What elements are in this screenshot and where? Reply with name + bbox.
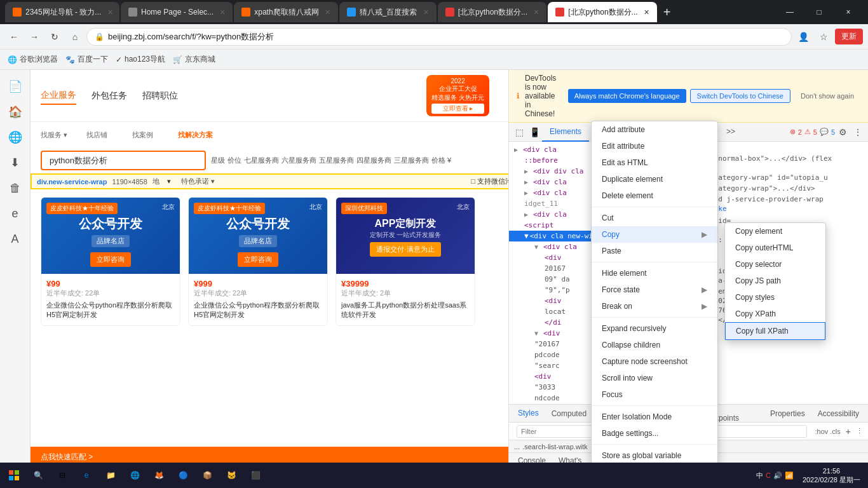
volume-icon[interactable]: 🔊 <box>773 471 782 480</box>
cm-paste[interactable]: Paste <box>592 243 717 259</box>
file-explorer-btn[interactable]: 📁 <box>99 464 122 487</box>
cm-edit-html[interactable]: Edit as HTML <box>592 154 717 171</box>
dismiss-btn[interactable]: Don't show again <box>794 89 860 103</box>
edge-btn[interactable]: e <box>75 464 98 487</box>
match-language-btn[interactable]: Always match Chrome's language <box>568 89 686 103</box>
bookmark-baidu[interactable]: 🐾 百度一下 <box>65 54 108 65</box>
solution-nav[interactable]: 找解决方案 <box>178 130 229 140</box>
star-filter[interactable]: 星级 <box>211 156 225 165</box>
task-view-btn[interactable]: ⊟ <box>51 464 74 487</box>
sidebar-icon-download[interactable]: ⬇ <box>4 151 27 174</box>
cm-copy[interactable]: Copy ▶ <box>592 226 717 243</box>
cm-scroll-into-view[interactable]: Scroll into view <box>592 370 717 386</box>
bookmark-hao123[interactable]: ✓ hao123导航 <box>116 54 165 65</box>
cm-hide[interactable]: Hide element <box>592 265 717 281</box>
tab-6[interactable]: [北京python数据分... × <box>548 2 657 22</box>
tab-close-5[interactable]: × <box>534 7 539 17</box>
sidebar-icon-pdf[interactable]: 📄 <box>4 75 27 98</box>
app6-btn[interactable]: 📦 <box>196 464 219 487</box>
case-nav[interactable]: 找案例 <box>132 130 170 140</box>
close-button[interactable]: × <box>834 2 863 22</box>
tab-properties[interactable]: Properties <box>764 403 811 424</box>
cm-expand-recursively[interactable]: Expand recursively <box>592 320 717 337</box>
sidebar-icon-acrobat[interactable]: A <box>4 227 27 250</box>
cm-focus[interactable]: Focus <box>592 386 717 403</box>
bookmark-button[interactable]: ☆ <box>815 28 832 46</box>
cm-capture-screenshot[interactable]: Capture node screenshot <box>592 353 717 370</box>
context-menu[interactable]: Add attribute Edit attribute Edit as HTM… <box>591 121 718 464</box>
cm-force-state[interactable]: Force state ▶ <box>592 281 717 298</box>
bookmark-google[interactable]: 🌐 谷歌浏览器 <box>8 54 58 65</box>
tab-accessibility[interactable]: Accessibility <box>811 403 865 424</box>
nav-item-outsource[interactable]: 外包任务 <box>92 88 127 104</box>
tab-styles[interactable]: Styles <box>512 403 545 424</box>
devtools-inspect-btn[interactable]: ⬚ <box>512 125 527 140</box>
sm-copy-selector[interactable]: Copy selector <box>725 256 825 273</box>
card-cta-3[interactable]: 通报交付·满意为止 <box>370 242 440 257</box>
sidebar-icon-home[interactable]: 🏠 <box>4 100 27 123</box>
devtools-more-btn[interactable]: ⋮ <box>850 125 865 140</box>
cm-edit-attribute[interactable]: Edit attribute <box>592 138 717 154</box>
cm-cut[interactable]: Cut <box>592 210 717 226</box>
tab-close-3[interactable]: × <box>325 7 330 17</box>
minimize-button[interactable]: — <box>775 2 804 22</box>
tab-3[interactable]: xpath爬取猜八戒网 × <box>234 2 338 22</box>
network-icon[interactable]: 📶 <box>785 471 794 480</box>
tab-close-4[interactable]: × <box>423 7 428 17</box>
chrome-btn[interactable]: 🌐 <box>123 464 146 487</box>
bookmark-jd[interactable]: 🛒 京东商城 <box>173 54 215 65</box>
service-card-1[interactable]: 皮皮虾科技★十年经验 北京 公众号开发 品牌名店 立即咨询 ¥99 近半年成交:… <box>41 197 180 326</box>
profile-button[interactable]: 👤 <box>794 28 812 46</box>
five-star-filter[interactable]: 五星服务商 <box>319 156 354 165</box>
refresh-button[interactable]: ↻ <box>46 28 64 46</box>
maximize-button[interactable]: □ <box>804 2 834 22</box>
tab-5[interactable]: [北京python数据分... × <box>438 2 547 22</box>
three-star-filter[interactable]: 三星服务商 <box>394 156 429 165</box>
sm-copy-xpath[interactable]: Copy XPath <box>725 306 825 322</box>
service-nav[interactable]: 找服务 ▾ <box>41 130 79 140</box>
tab-close-1[interactable]: × <box>107 7 112 17</box>
promo-banner[interactable]: 2022 企业开工大促 精选服务 火热开元 立即查看 ▸ <box>426 75 489 116</box>
taskbar-clock[interactable]: 21:56 2022/02/28 星期一 <box>797 466 865 485</box>
sm-copy-styles[interactable]: Copy styles <box>725 289 825 306</box>
update-button[interactable]: 更新 <box>835 29 863 44</box>
special-承诺[interactable]: 特色承诺 ▾ <box>181 177 215 186</box>
cm-delete[interactable]: Delete element <box>592 187 717 204</box>
card-cta-1[interactable]: 立即咨询 <box>90 252 131 267</box>
service-card-2[interactable]: 皮皮虾科技★十年经验 北京 公众号开发 品牌名店 立即咨询 ¥999 近半年成交… <box>188 197 328 326</box>
cm-break-on[interactable]: Break on ▶ <box>592 298 717 315</box>
nav-item-recruit[interactable]: 招聘职位 <box>142 88 178 104</box>
firefox-btn[interactable]: 🦊 <box>147 464 170 487</box>
tab-2[interactable]: Home Page - Selec... × <box>121 2 233 22</box>
tab-close-2[interactable]: × <box>220 7 225 17</box>
tab-1[interactable]: 2345网址导航 - 致力... × <box>5 2 119 22</box>
tab-4[interactable]: 猜八戒_百度搜索 × <box>339 2 437 22</box>
devtools-settings-btn[interactable]: ⚙ <box>835 125 850 140</box>
shop-nav[interactable]: 找店铺 <box>86 130 125 140</box>
app5-btn[interactable]: 🔵 <box>172 464 194 487</box>
cm-duplicate[interactable]: Duplicate element <box>592 171 717 187</box>
cm-add-attribute[interactable]: Add attribute <box>592 121 717 138</box>
add-style-btn[interactable]: + <box>843 426 853 437</box>
copy-submenu[interactable]: Copy element Copy outerHTML Copy selecto… <box>724 222 826 341</box>
home-button[interactable]: ⌂ <box>66 28 84 46</box>
sidebar-icon-recycle[interactable]: 🗑 <box>4 177 27 200</box>
price-sort[interactable]: 价格 ¥ <box>431 156 451 165</box>
sm-copy-outerhtml[interactable]: Copy outerHTML <box>725 240 825 256</box>
tab-computed[interactable]: Computed <box>545 403 593 424</box>
app7-btn[interactable]: 🐱 <box>220 464 243 487</box>
cm-store-global[interactable]: Store as global variable <box>592 447 717 464</box>
card-cta-2[interactable]: 立即咨询 <box>238 252 278 267</box>
tab-close-6[interactable]: × <box>644 7 649 17</box>
terminal-btn[interactable]: ⬛ <box>244 464 267 487</box>
devtools-device-btn[interactable]: 📱 <box>527 125 542 140</box>
seven-star-filter[interactable]: 七星服务商 <box>244 156 279 165</box>
sm-copy-full-xpath[interactable]: Copy full XPath <box>725 322 825 340</box>
four-star-filter[interactable]: 四星服务商 <box>356 156 391 165</box>
sidebar-icon-ie[interactable]: e <box>4 202 27 225</box>
search-taskbar[interactable]: 🔍 <box>27 464 50 487</box>
cm-collapse-children[interactable]: Collapse children <box>592 337 717 353</box>
cm-isolation-mode[interactable]: Enter Isolation Mode <box>592 409 717 425</box>
sm-copy-jspath[interactable]: Copy JS path <box>725 273 825 289</box>
back-button[interactable]: ← <box>5 28 23 46</box>
